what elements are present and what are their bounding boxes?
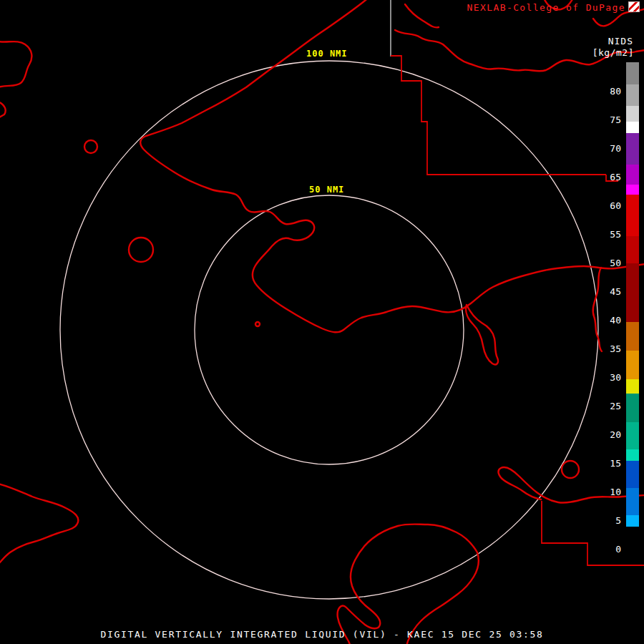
landmass-bottom-left [0,484,78,565]
colorbar-tick-label: 80 [590,86,621,97]
colorbar-tick-label: 40 [590,315,621,326]
colorbar-segment [626,351,639,379]
radar-display: 100 NMI 50 NMI NEXLAB-College of DuPage … [0,0,644,644]
colorbar-tick-label: 20 [590,429,621,441]
colorbar-segment [626,133,639,165]
colorbar-tick-label: 5 [590,515,621,527]
range-label-50nmi: 50 NMI [306,185,347,195]
colorbar-segment [626,263,639,322]
colorbar-tick-label: 75 [590,114,621,126]
colorbar-segment [626,527,639,558]
colorbar-tick-label: 35 [590,343,621,355]
colorbar-segment [626,488,639,515]
map-outlines [0,0,644,644]
colorbar-ticks: 80757065605550454035302520151050 [590,62,621,567]
colorbar-tick-label: 0 [590,544,621,555]
colorbar-segment [626,62,639,84]
colorbar-segment [626,185,639,195]
colorbar-segment [626,84,639,106]
colorbar-tick-label: 55 [590,229,621,240]
colorbar-segment [626,461,639,488]
colorbar-segment [626,449,639,461]
colorbar-tick-label: 25 [590,401,621,412]
coastline-peninsula-hook [466,305,498,364]
colorbar-tick-label: 10 [590,487,621,498]
colorbar-gradient [626,62,639,558]
range-ring-50nmi [195,195,464,464]
range-label-100nmi: 100 NMI [303,49,351,59]
landmass-bottom-center [338,525,479,644]
nexlab-brand-text: NEXLAB-College of DuPage [467,2,625,13]
shore-left-small [0,102,6,118]
map-canvas [0,0,644,644]
colorbar-segment [626,422,639,449]
colorbar-tick-label: 15 [590,458,621,469]
lake-left-mid [129,238,153,262]
islet-center [255,322,260,326]
colorbar-tick-label: 50 [590,258,621,269]
colorbar-segment [626,106,639,122]
colorbar-tick-label: 70 [590,143,621,155]
colorbar-segment [626,122,639,133]
colorbar-segment [626,165,639,185]
product-caption: DIGITAL VERTICALLY INTEGRATED LIQUID (VI… [0,629,644,640]
colorbar-segment [626,394,639,422]
scale-units-label: [kg/m2] [592,47,634,58]
boundary-steps-topright [391,56,618,181]
colorbar-segment [626,195,639,236]
shore-bottom-right [499,467,644,503]
scale-title: NIDS [608,36,633,47]
colorbar-tick-label: 65 [590,172,621,183]
colorbar-segment [626,515,639,527]
river-branch-top [405,4,439,27]
colorbar-segment [626,236,639,263]
coastline-main [140,0,644,332]
colorbar-tick-label: 60 [590,200,621,212]
nexlab-logo-icon [628,1,640,12]
lake-small-left [84,140,97,153]
colorbar-segment [626,379,639,394]
colorbar-tick-label: 45 [590,286,621,298]
colorbar-tick-label: 30 [590,372,621,384]
lake-right-bottom [562,461,579,478]
landmass-left-top [0,42,31,87]
colorbar-segment [626,322,639,351]
